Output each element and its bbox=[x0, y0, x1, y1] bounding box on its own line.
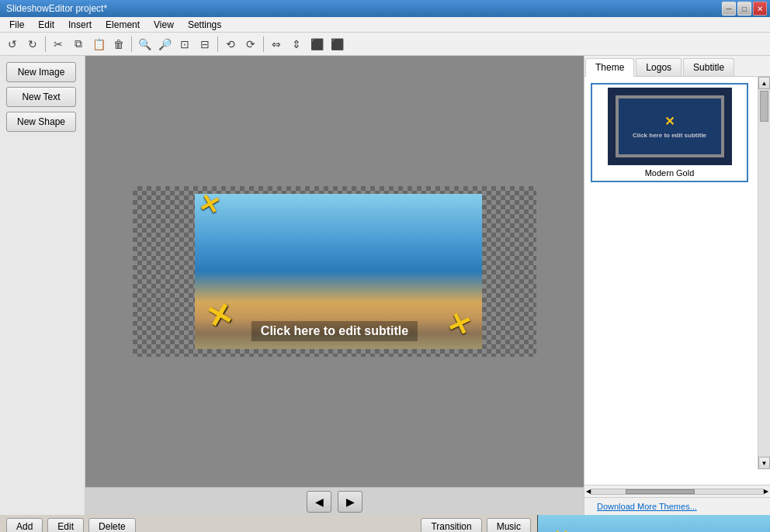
hscroll-thumb[interactable] bbox=[626, 489, 694, 494]
new-image-button[interactable]: New Image bbox=[6, 62, 76, 82]
menu-insert[interactable]: Insert bbox=[62, 18, 98, 32]
menu-bar: File Edit Insert Element View Settings bbox=[0, 17, 770, 33]
rotate-left-button[interactable]: ⟲ bbox=[221, 35, 240, 54]
theme-preview-inner: ✕ Click here to edit subtitle bbox=[616, 95, 724, 157]
bottom-section: Add Edit Delete Transition Music + - ▶ ⏹ bbox=[0, 515, 770, 532]
preview-image: ✕ ✕ Click here to edit subtitle bbox=[538, 515, 770, 532]
theme-item-modern-gold[interactable]: ✕ Click here to edit subtitle Modern Gol… bbox=[591, 83, 748, 182]
delete-button[interactable]: Delete bbox=[88, 518, 136, 533]
theme-hscroll: ◀ ▶ bbox=[584, 485, 770, 497]
edit-button[interactable]: Edit bbox=[47, 518, 84, 533]
align-right-button[interactable]: ⬛ bbox=[328, 35, 346, 54]
canvas-nav: ◀ ▶ bbox=[85, 487, 584, 515]
toolbar-separator-1 bbox=[45, 36, 46, 52]
center-area: ✕ ✕ ✕ Click here to edit subtitle ◀ ▶ bbox=[85, 56, 584, 515]
menu-settings[interactable]: Settings bbox=[182, 18, 227, 32]
flip-h-button[interactable]: ⇔ bbox=[267, 35, 286, 54]
download-section: Download More Themes... bbox=[584, 497, 770, 515]
canvas-subtitle[interactable]: Click here to edit subtitle bbox=[251, 321, 418, 341]
zoom-100-button[interactable]: ⊟ bbox=[196, 35, 214, 54]
main-area: New Image New Text New Shape ✕ ✕ ✕ Click… bbox=[0, 56, 770, 515]
theme-content: ▲ ▼ ✕ Click here to edit subtitle Modern bbox=[584, 77, 770, 485]
canvas-prev-button[interactable]: ◀ bbox=[307, 491, 331, 513]
undo-button[interactable]: ↺ bbox=[3, 35, 22, 54]
scroll-down-btn[interactable]: ▼ bbox=[758, 457, 770, 469]
canvas-next-button[interactable]: ▶ bbox=[338, 491, 362, 513]
tab-theme[interactable]: Theme bbox=[585, 58, 634, 77]
canvas-bg: ✕ ✕ ✕ Click here to edit subtitle bbox=[133, 186, 536, 357]
minimize-button[interactable]: ─ bbox=[722, 2, 736, 16]
title-bar: SlideshowEditor project* ─ □ ✕ bbox=[0, 0, 770, 17]
menu-edit[interactable]: Edit bbox=[32, 18, 61, 32]
zoom-in-button[interactable]: 🔍 bbox=[135, 35, 154, 54]
toolbar-separator-4 bbox=[263, 36, 264, 52]
preview-panel: ✕ ✕ Click here to edit subtitle ⏮ ▶ 00:0… bbox=[537, 515, 770, 532]
tab-logos[interactable]: Logos bbox=[636, 58, 682, 76]
menu-element[interactable]: Element bbox=[99, 18, 146, 32]
copy-button[interactable]: ⧉ bbox=[69, 35, 88, 54]
new-shape-button[interactable]: New Shape bbox=[6, 112, 76, 132]
redo-button[interactable]: ↻ bbox=[23, 35, 42, 54]
flip-v-button[interactable]: ⇕ bbox=[287, 35, 306, 54]
hscroll-right-btn[interactable]: ▶ bbox=[764, 488, 768, 495]
theme-scrollbar[interactable]: ▲ ▼ bbox=[758, 77, 770, 469]
window-title: SlideshowEditor project* bbox=[3, 3, 722, 14]
menu-view[interactable]: View bbox=[147, 18, 180, 32]
paste-button[interactable]: 📋 bbox=[89, 35, 108, 54]
theme-preview-text: ✕ Click here to edit subtitle bbox=[633, 114, 706, 139]
preview-video: ✕ ✕ Click here to edit subtitle bbox=[538, 515, 770, 532]
theme-panel: Theme Logos Subtitle ▲ ▼ ✕ Click here bbox=[584, 56, 770, 515]
timeline-toolbar: Add Edit Delete Transition Music bbox=[0, 515, 537, 532]
add-button[interactable]: Add bbox=[6, 518, 43, 533]
zoom-out-button[interactable]: 🔎 bbox=[155, 35, 174, 54]
timeline-section: Add Edit Delete Transition Music + - ▶ ⏹ bbox=[0, 515, 537, 532]
left-panel: New Image New Text New Shape bbox=[0, 56, 85, 515]
delete-button[interactable]: 🗑 bbox=[109, 35, 128, 54]
align-left-button[interactable]: ⬛ bbox=[307, 35, 326, 54]
scroll-thumb[interactable] bbox=[760, 91, 768, 122]
music-button[interactable]: Music bbox=[487, 518, 531, 533]
theme-preview: ✕ Click here to edit subtitle bbox=[608, 88, 732, 165]
window-controls: ─ □ ✕ bbox=[722, 2, 767, 16]
transition-button[interactable]: Transition bbox=[421, 518, 481, 533]
toolbar-separator-2 bbox=[131, 36, 132, 52]
close-button[interactable]: ✕ bbox=[753, 2, 767, 16]
cut-button[interactable]: ✂ bbox=[49, 35, 68, 54]
theme-tabs: Theme Logos Subtitle bbox=[584, 56, 770, 77]
toolbar-separator-3 bbox=[217, 36, 218, 52]
scroll-track bbox=[758, 89, 770, 457]
new-text-button[interactable]: New Text bbox=[6, 87, 76, 107]
maximize-button[interactable]: □ bbox=[737, 2, 751, 16]
scroll-up-btn[interactable]: ▲ bbox=[758, 77, 770, 89]
canvas-container: ✕ ✕ ✕ Click here to edit subtitle bbox=[85, 56, 584, 487]
preview-arrow-tl: ✕ bbox=[553, 527, 569, 532]
rotate-right-button[interactable]: ⟳ bbox=[241, 35, 260, 54]
download-themes-link[interactable]: Download More Themes... bbox=[591, 499, 703, 514]
hscroll-track bbox=[591, 489, 764, 495]
menu-file[interactable]: File bbox=[3, 18, 30, 32]
toolbar: ↺ ↻ ✂ ⧉ 📋 🗑 🔍 🔎 ⊡ ⊟ ⟲ ⟳ ⇔ ⇕ ⬛ ⬛ bbox=[0, 33, 770, 56]
zoom-fit-button[interactable]: ⊡ bbox=[175, 35, 194, 54]
theme-name: Modern Gold bbox=[645, 168, 695, 178]
tab-subtitle[interactable]: Subtitle bbox=[683, 58, 734, 76]
